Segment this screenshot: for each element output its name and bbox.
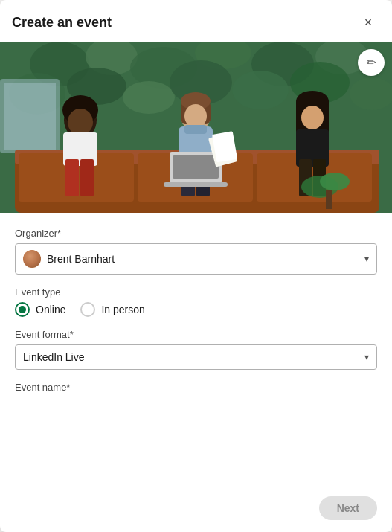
svg-rect-49 — [326, 190, 332, 209]
avatar-image — [23, 250, 41, 268]
organizer-select[interactable]: Brent Barnhart ▾ — [15, 243, 377, 275]
svg-point-9 — [123, 81, 175, 114]
pencil-icon: ✏ — [367, 56, 376, 69]
footer-area: Next — [0, 440, 392, 533]
svg-point-11 — [232, 71, 289, 109]
svg-point-30 — [184, 104, 207, 128]
event-type-radio-group: Online In person — [15, 302, 377, 317]
event-format-field-group: Event format* LinkedIn Live ▾ — [15, 329, 377, 370]
event-type-label: Event type — [15, 286, 377, 298]
event-format-label: Event format* — [15, 329, 377, 340]
close-icon: × — [364, 15, 373, 31]
svg-point-23 — [68, 109, 93, 135]
svg-point-48 — [320, 173, 350, 190]
radio-online-fill — [19, 306, 26, 313]
edit-image-button[interactable]: ✏ — [358, 49, 385, 76]
svg-rect-32 — [184, 125, 207, 134]
radio-option-online[interactable]: Online — [15, 302, 65, 317]
radio-online-circle — [15, 302, 30, 317]
radio-online-label: Online — [36, 304, 65, 315]
radio-inperson-circle — [80, 302, 95, 317]
svg-rect-43 — [173, 155, 219, 179]
radio-option-in-person[interactable]: In person — [80, 302, 144, 317]
create-event-modal: Create an event × — [0, 0, 392, 532]
hero-image-container: ✏ — [0, 42, 392, 213]
svg-rect-44 — [164, 182, 228, 187]
organizer-field-group: Organizer* Brent Barnhart ▾ — [15, 228, 377, 275]
svg-rect-15 — [4, 83, 56, 150]
event-format-value: LinkedIn Live — [23, 351, 85, 363]
chevron-down-icon-2: ▾ — [364, 352, 369, 362]
svg-point-38 — [301, 106, 324, 129]
svg-rect-26 — [80, 159, 94, 196]
svg-rect-25 — [65, 159, 79, 196]
event-type-field-group: Event type Online In person — [15, 286, 377, 317]
form-content: Organizer* Brent Barnhart ▾ Event type — [0, 213, 392, 532]
chevron-down-icon: ▾ — [364, 254, 369, 264]
hero-illustration — [0, 42, 392, 213]
organizer-label: Organizer* — [15, 228, 377, 239]
event-name-field-group: Event name* — [15, 382, 377, 393]
modal-title: Create an event — [12, 15, 112, 31]
close-button[interactable]: × — [356, 10, 380, 34]
event-name-label: Event name* — [15, 382, 377, 393]
form-area: Organizer* Brent Barnhart ▾ Event type — [0, 213, 392, 440]
modal-header: Create an event × — [0, 0, 392, 42]
organizer-avatar — [23, 250, 41, 268]
organizer-value: Brent Barnhart — [47, 253, 115, 265]
next-button[interactable]: Next — [319, 496, 377, 520]
radio-inperson-label: In person — [101, 304, 144, 315]
event-format-select[interactable]: LinkedIn Live ▾ — [15, 344, 377, 370]
